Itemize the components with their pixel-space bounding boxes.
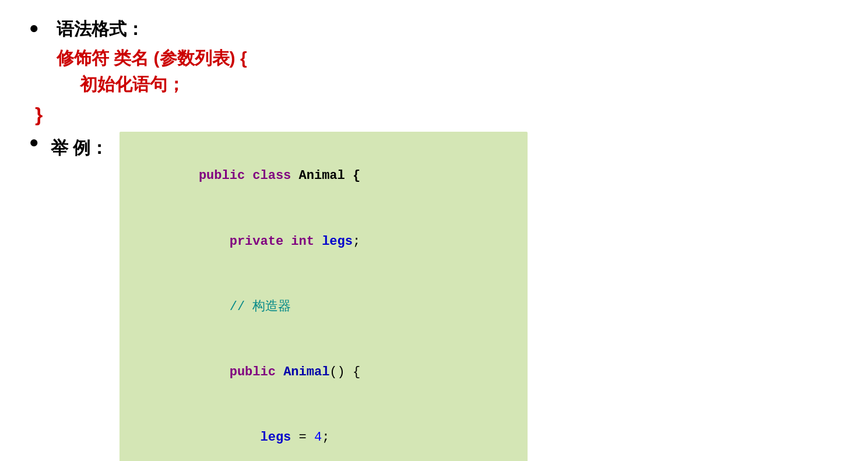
- code-line-comment: // 构造器: [137, 274, 510, 339]
- number-4: 4: [314, 430, 322, 445]
- kw-public-2: public: [230, 365, 283, 379]
- syntax-section: 语法格式： 修饰符 类名 (参数列表) { 初始化语句；: [57, 17, 247, 97]
- indent-c: [199, 300, 230, 314]
- kw-class-0: class: [252, 168, 298, 183]
- code-line-0: public class Animal {: [137, 143, 510, 209]
- type-int-1: int: [291, 234, 322, 249]
- bullet-example: ● 举 例： public class Animal { private int…: [29, 132, 839, 461]
- class-name-0: Animal: [299, 168, 353, 183]
- bullet-syntax: ● 语法格式： 修饰符 类名 (参数列表) { 初始化语句；: [29, 17, 839, 97]
- indent-3: [199, 430, 261, 445]
- code-line-3: legs = 4;: [137, 405, 510, 461]
- code-block: public class Animal { private int legs; …: [120, 132, 528, 461]
- indent-2: [199, 365, 230, 379]
- bullet-dot-1: ●: [29, 19, 39, 37]
- semi-3: ;: [322, 430, 329, 445]
- punct-2: () {: [329, 365, 360, 379]
- slide-content: ● 语法格式： 修饰符 类名 (参数列表) { 初始化语句； } ● 举 例： …: [29, 17, 839, 461]
- bullet-dot-2: ●: [29, 133, 39, 152]
- field-legs-3: legs: [261, 430, 291, 445]
- syntax-line1: 修饰符 类名 (参数列表) {: [57, 45, 247, 71]
- punct-1: ;: [353, 234, 360, 249]
- code-line-1: private int legs;: [137, 209, 510, 274]
- punct-3: =: [291, 430, 314, 445]
- syntax-line2: 初始化语句；: [57, 71, 247, 97]
- comment-constructor: // 构造器: [230, 300, 291, 314]
- field-legs-1: legs: [322, 234, 353, 249]
- indent-1: [199, 234, 230, 249]
- code-line-2: public Animal() {: [137, 340, 510, 405]
- method-animal: Animal: [283, 365, 329, 379]
- brace-open-0: {: [353, 168, 360, 183]
- example-label: 举 例：: [51, 136, 108, 160]
- closing-brace: }: [35, 103, 839, 126]
- kw-private-1: private: [230, 234, 291, 249]
- syntax-title: 语法格式：: [57, 17, 247, 41]
- kw-public-0: public: [199, 168, 252, 183]
